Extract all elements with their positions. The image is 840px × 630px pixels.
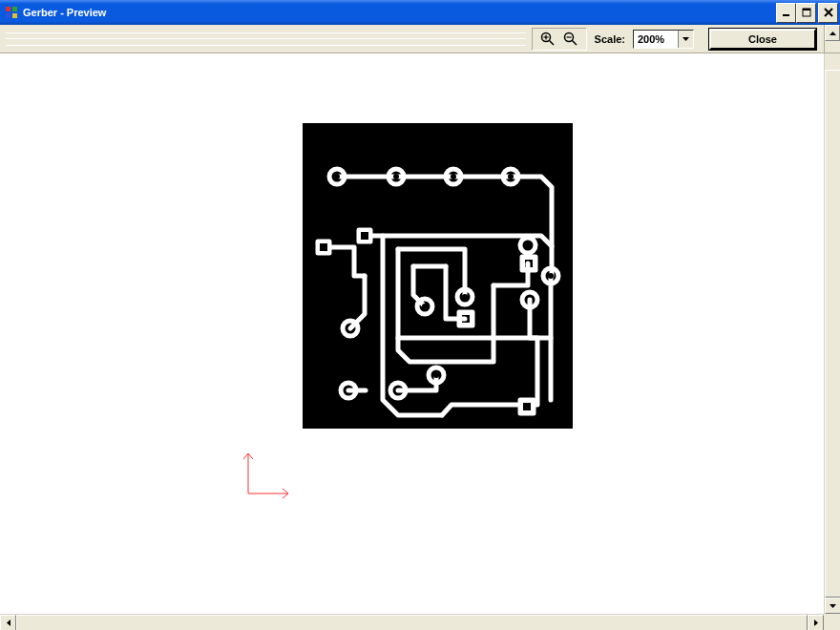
svg-point-37 bbox=[525, 242, 531, 248]
horizontal-scroll-thumb[interactable] bbox=[16, 615, 808, 630]
svg-marker-56 bbox=[7, 620, 10, 626]
vertical-scroll-thumb[interactable] bbox=[825, 70, 840, 598]
svg-marker-57 bbox=[814, 620, 818, 626]
pcb-traces bbox=[303, 123, 573, 429]
scale-select[interactable]: 200% bbox=[633, 30, 694, 49]
scroll-corner bbox=[824, 614, 840, 630]
svg-line-10 bbox=[549, 40, 554, 45]
minimize-button[interactable] bbox=[776, 3, 796, 23]
toolbar-right-edge bbox=[824, 25, 840, 52]
scale-group: Scale: 200% bbox=[587, 28, 702, 51]
svg-point-21 bbox=[393, 174, 399, 179]
scale-value: 200% bbox=[634, 33, 678, 45]
svg-point-35 bbox=[462, 294, 468, 300]
scroll-up-button-top[interactable] bbox=[825, 25, 840, 41]
window-title: Gerber - Preview bbox=[23, 7, 776, 18]
scroll-right-button[interactable] bbox=[808, 615, 824, 630]
svg-rect-3 bbox=[12, 13, 17, 18]
close-button[interactable]: Close bbox=[709, 29, 816, 50]
maximize-button[interactable] bbox=[796, 3, 816, 23]
svg-marker-55 bbox=[830, 604, 836, 608]
svg-rect-50 bbox=[523, 403, 531, 410]
svg-rect-29 bbox=[361, 232, 368, 240]
scale-label: Scale: bbox=[595, 33, 625, 45]
svg-rect-27 bbox=[320, 243, 327, 251]
toolbar: Scale: 200% Close bbox=[0, 25, 840, 53]
svg-point-52 bbox=[548, 273, 554, 279]
svg-marker-17 bbox=[830, 32, 836, 35]
title-bar: Gerber - Preview bbox=[0, 0, 840, 25]
client-area bbox=[0, 53, 840, 630]
svg-point-23 bbox=[451, 174, 456, 179]
preview-canvas[interactable] bbox=[0, 53, 824, 614]
close-button-label: Close bbox=[748, 33, 777, 45]
svg-point-19 bbox=[334, 174, 340, 179]
zoom-in-button[interactable] bbox=[538, 30, 557, 49]
horizontal-scrollbar[interactable] bbox=[0, 614, 824, 630]
svg-line-14 bbox=[572, 40, 577, 45]
svg-rect-1 bbox=[12, 7, 17, 11]
gerber-board bbox=[303, 123, 573, 429]
svg-marker-16 bbox=[682, 37, 689, 41]
window-close-button[interactable] bbox=[818, 3, 838, 23]
dropdown-arrow-icon bbox=[678, 31, 693, 48]
origin-axes-icon bbox=[237, 448, 294, 505]
zoom-out-button[interactable] bbox=[561, 30, 580, 49]
svg-point-46 bbox=[433, 372, 439, 378]
app-icon bbox=[4, 5, 19, 20]
window-controls bbox=[776, 3, 840, 23]
svg-rect-0 bbox=[6, 7, 10, 11]
scroll-left-button[interactable] bbox=[0, 615, 16, 630]
svg-rect-2 bbox=[6, 13, 10, 18]
scroll-down-button[interactable] bbox=[825, 598, 840, 614]
zoom-tool-group bbox=[532, 28, 587, 51]
toolbar-gripper bbox=[6, 32, 526, 46]
svg-point-33 bbox=[422, 304, 428, 309]
svg-point-25 bbox=[508, 174, 514, 179]
vertical-scrollbar[interactable] bbox=[824, 53, 840, 614]
